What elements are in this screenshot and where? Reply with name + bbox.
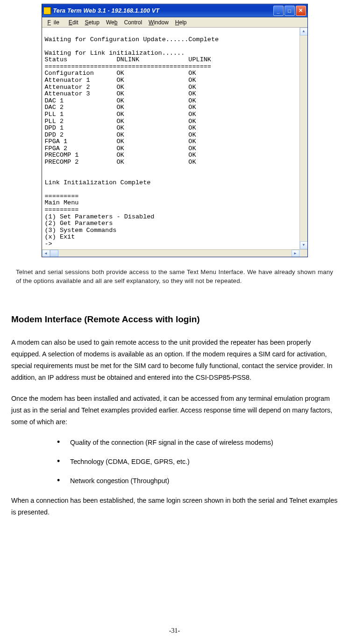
- menu-setup[interactable]: Setup: [82, 19, 102, 26]
- vertical-scrollbar[interactable]: ▲ ▼: [299, 28, 307, 249]
- scroll-up-icon[interactable]: ▲: [300, 28, 307, 36]
- paragraph-3: When a connection has been established, …: [11, 495, 340, 518]
- horizontal-scrollbar[interactable]: ◀ ▶: [42, 249, 307, 257]
- menubar: File Edit Setup Web Control Window Help: [42, 17, 307, 28]
- window-title: Tera Term Web 3.1 - 192.168.1.100 VT: [53, 7, 273, 14]
- app-icon: [43, 7, 51, 14]
- close-button[interactable]: ✕: [296, 6, 306, 16]
- scroll-left-icon[interactable]: ◀: [42, 250, 50, 257]
- bullet-item: Technology (CDMA, EDGE, GPRS, etc.): [57, 456, 340, 467]
- bullet-item: Quality of the connection (RF signal in …: [57, 437, 340, 448]
- maximize-button[interactable]: □: [285, 6, 295, 16]
- resize-grip-icon[interactable]: [299, 250, 307, 257]
- terminal-window: Tera Term Web 3.1 - 192.168.1.100 VT _ □…: [42, 4, 308, 257]
- menu-help[interactable]: Help: [172, 19, 190, 26]
- menu-window[interactable]: Window: [146, 19, 171, 26]
- paragraph-2: Once the modem has been installed and ac…: [11, 393, 340, 428]
- titlebar[interactable]: Tera Term Web 3.1 - 192.168.1.100 VT _ □…: [42, 4, 307, 17]
- scroll-thumb[interactable]: [50, 250, 58, 257]
- bullet-item: Network congestion (Throughput): [57, 476, 340, 486]
- menu-edit[interactable]: Edit: [66, 19, 81, 26]
- section-heading: Modem Interface (Remote Access with logi…: [11, 314, 340, 325]
- menu-control[interactable]: Control: [121, 19, 145, 26]
- menu-file[interactable]: File: [45, 19, 65, 26]
- scroll-right-icon[interactable]: ▶: [292, 250, 299, 257]
- menu-web[interactable]: Web: [103, 19, 120, 26]
- paragraph-1: A modem can also be used to gain remote …: [11, 337, 340, 384]
- minimize-button[interactable]: _: [273, 6, 284, 16]
- scroll-down-icon[interactable]: ▼: [300, 241, 307, 249]
- intro-paragraph: Telnet and serial sessions both provide …: [16, 268, 333, 285]
- terminal-output: Waiting for Configuration Update......Co…: [45, 36, 219, 247]
- bullet-list: Quality of the connection (RF signal in …: [57, 437, 340, 486]
- terminal-area[interactable]: Waiting for Configuration Update......Co…: [42, 28, 307, 257]
- page-number: -31-: [0, 627, 349, 635]
